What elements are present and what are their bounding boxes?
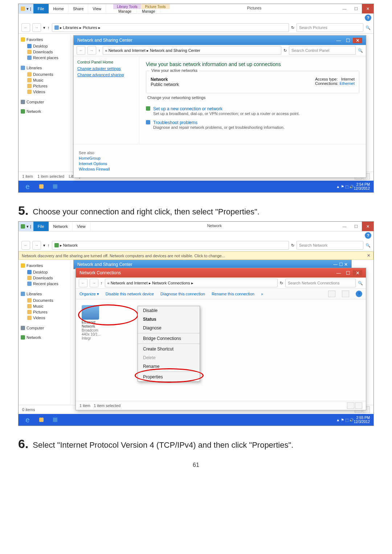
inner-search-box[interactable]: Search Control Panel [289, 46, 356, 55]
windows-firewall-link[interactable]: Windows Firewall [79, 167, 361, 171]
tab-network-2[interactable]: Network [49, 222, 73, 231]
libraries-header-2[interactable]: Libraries [21, 292, 68, 296]
ctx-rename[interactable]: Rename [138, 362, 200, 371]
tab-share[interactable]: Share [69, 4, 88, 13]
nsc-min-icon[interactable]: — ☐ ✕ [333, 262, 348, 267]
taskbar-ie-icon-2[interactable]: e [21, 415, 34, 425]
ctx-properties[interactable]: Properties [138, 373, 200, 381]
nc-maximize-button[interactable]: ☐ [343, 270, 353, 276]
sidebar-item-recent-2[interactable]: Recent places [21, 281, 68, 287]
sidebar-item-music-2[interactable]: Music [21, 303, 68, 309]
nc-view-details-icon[interactable] [347, 402, 354, 409]
control-panel-home-link[interactable]: Control Panel Home [77, 60, 135, 64]
internet-options-link[interactable]: Internet Options [79, 161, 361, 166]
nc-up-button[interactable]: ↑ [101, 281, 103, 285]
ctx-shortcut[interactable]: Create Shortcut [138, 345, 200, 353]
sidebar-item-pictures-2[interactable]: Pictures [21, 309, 68, 315]
maximize-button-2[interactable]: ☐ [350, 222, 362, 231]
nc-back-button[interactable]: ← [79, 279, 87, 287]
tab-picture-tools[interactable]: Picture Tools [141, 4, 170, 9]
sidebar-item-downloads-2[interactable]: Downloads [21, 275, 68, 281]
refresh-button[interactable]: ↻ [291, 25, 294, 30]
tab-manage-1[interactable]: Manage [113, 9, 137, 14]
inner-maximize-button[interactable]: ☐ [343, 38, 353, 43]
taskbar-explorer-icon-2[interactable] [34, 415, 48, 425]
nc-refresh-button[interactable]: ↻ [280, 281, 283, 286]
back-button-2[interactable]: ← [21, 241, 30, 250]
sidebar-item-network[interactable]: Network [21, 109, 68, 114]
favorites-header-2[interactable]: Favorites [21, 263, 68, 268]
ctx-status[interactable]: Status [138, 315, 200, 324]
help-icon[interactable]: ? [365, 15, 371, 21]
sidebar-item-pictures[interactable]: Pictures [21, 83, 68, 89]
sidebar-item-downloads[interactable]: Downloads [21, 49, 68, 55]
sidebar-item-network-2[interactable]: Network [21, 335, 68, 340]
inner-up-button[interactable]: ↑ [98, 48, 101, 53]
tab-view[interactable]: View [88, 4, 106, 13]
nc-minimize-button[interactable]: — [334, 270, 343, 276]
taskbar-ie-icon[interactable]: e [21, 181, 34, 192]
setup-connection-link[interactable]: Set up a new connection or network [153, 106, 300, 111]
tray-icons-2[interactable]: ▲ ⚑ ⬚ 🔊 [336, 418, 354, 422]
tab-home[interactable]: Home [49, 4, 69, 13]
address-bar[interactable]: ▸ Libraries ▸ Pictures ▸ [52, 23, 289, 32]
inner-minimize-button[interactable]: — [334, 38, 343, 43]
sidebar-item-videos[interactable]: Videos [21, 89, 68, 95]
tab-library-tools[interactable]: Library Tools [113, 4, 142, 9]
ctx-disable[interactable]: Disable [138, 306, 200, 315]
nc-view-large-icon[interactable] [355, 402, 362, 409]
disable-device-button[interactable]: Disable this network device [106, 292, 154, 296]
nc-search-box[interactable]: Search Network Connections [285, 279, 356, 287]
troubleshoot-link[interactable]: Troubleshoot problems [153, 120, 285, 125]
sidebar-item-computer-2[interactable]: Computer [21, 326, 68, 330]
nc-forward-button[interactable]: → [90, 279, 98, 287]
help-icon-2[interactable]: ? [365, 232, 371, 239]
tab-file-2[interactable]: File [33, 222, 49, 231]
close-button[interactable]: ✕ [362, 4, 373, 13]
refresh-button-2[interactable]: ↻ [291, 243, 294, 248]
sidebar-item-documents-2[interactable]: Documents [21, 297, 68, 303]
up-button-2[interactable]: ↑ [48, 243, 50, 247]
inner-forward-button[interactable]: → [87, 46, 96, 55]
inner-refresh-button[interactable]: ↻ [283, 48, 287, 53]
nc-help-icon[interactable]: ? [356, 291, 362, 297]
history-dropdown-icon-2[interactable]: ▾ [43, 243, 45, 248]
sidebar-item-videos-2[interactable]: Videos [21, 315, 68, 321]
forward-button-2[interactable]: → [32, 241, 41, 250]
info-bar-close-icon[interactable]: ✕ [367, 253, 370, 258]
back-button[interactable]: ← [21, 23, 30, 32]
more-button[interactable]: » [261, 292, 263, 296]
minimize-button-2[interactable]: — [339, 222, 350, 231]
change-advanced-sharing-link[interactable]: Change advanced sharing [77, 73, 135, 77]
sidebar-item-documents[interactable]: Documents [21, 71, 68, 77]
ethernet-adapter-item[interactable]: Ethernet Network Broadcom 440x 10/1... I… [79, 303, 109, 342]
tray-flag-icon[interactable]: ▲ ⚑ ⬚ 🔊 [336, 185, 354, 189]
rename-button[interactable]: Rename this connection [212, 292, 254, 296]
diagnose-button[interactable]: Diagnose this connection [160, 292, 205, 296]
inner-address-bar[interactable]: « Network and Internet ▸ Network and Sha… [103, 46, 282, 55]
homegroup-link[interactable]: HomeGroup [79, 156, 361, 160]
history-dropdown-icon[interactable]: ▾ [43, 25, 45, 30]
inner-back-button[interactable]: ← [77, 46, 85, 55]
sidebar-item-desktop[interactable]: Desktop [21, 43, 68, 49]
down-icon[interactable]: ▾ [26, 7, 29, 11]
network-discovery-info-bar[interactable]: Network discovery and file sharing are t… [19, 251, 373, 260]
organize-button[interactable]: Organize ▾ [79, 292, 99, 296]
sidebar-item-computer[interactable]: Computer [21, 100, 68, 104]
taskbar-app-icon[interactable] [48, 181, 62, 192]
tab-manage-2[interactable]: Manage [137, 9, 160, 14]
ethernet-link[interactable]: Ethernet [339, 81, 355, 86]
close-button-2[interactable]: ✕ [362, 222, 373, 231]
address-bar-2[interactable]: ▸ Network [52, 241, 289, 250]
nc-close-button[interactable]: ✕ [353, 270, 362, 276]
sidebar-item-music[interactable]: Music [21, 77, 68, 83]
change-adapter-settings-link[interactable]: Change adapter settings [77, 66, 135, 71]
libraries-header[interactable]: Libraries [21, 66, 68, 70]
ctx-bridge[interactable]: Bridge Connections [138, 334, 200, 343]
search-box[interactable]: Search Pictures [297, 23, 363, 32]
up-button[interactable]: ↑ [48, 25, 50, 30]
view-options-icon[interactable] [328, 291, 335, 297]
ctx-diagnose[interactable]: Diagnose [138, 324, 200, 332]
favorites-header[interactable]: Favorites [21, 37, 68, 42]
taskbar-app-icon-2[interactable] [48, 415, 62, 425]
